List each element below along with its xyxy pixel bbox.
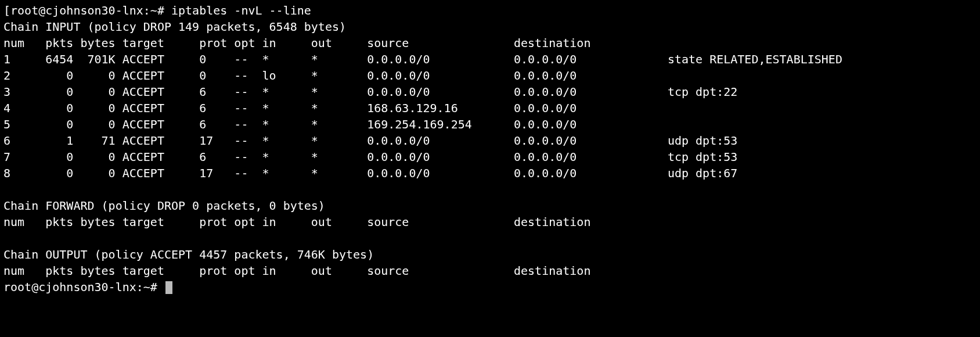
chain-input-header: Chain INPUT (policy DROP 149 packets, 65…	[3, 20, 346, 34]
chain-output-header: Chain OUTPUT (policy ACCEPT 4457 packets…	[3, 248, 374, 261]
column-header-row: num pkts bytes target prot opt in out so…	[3, 264, 668, 278]
chain-forward-header: Chain FORWARD (policy DROP 0 packets, 0 …	[3, 199, 325, 213]
command-text: iptables -nvL --line	[171, 3, 311, 17]
shell-prompt: root@cjohnson30-lnx:~#	[3, 280, 164, 294]
terminal-output[interactable]: [root@cjohnson30-lnx:~# iptables -nvL --…	[0, 0, 980, 297]
shell-prompt: [root@cjohnson30-lnx:~#	[3, 3, 171, 17]
cursor-icon	[165, 281, 172, 294]
iptables-input-rules: 1 6454 701K ACCEPT 0 -- * * 0.0.0.0/0 0.…	[3, 52, 842, 180]
column-header-row: num pkts bytes target prot opt in out so…	[3, 36, 668, 50]
column-header-row: num pkts bytes target prot opt in out so…	[3, 215, 668, 229]
